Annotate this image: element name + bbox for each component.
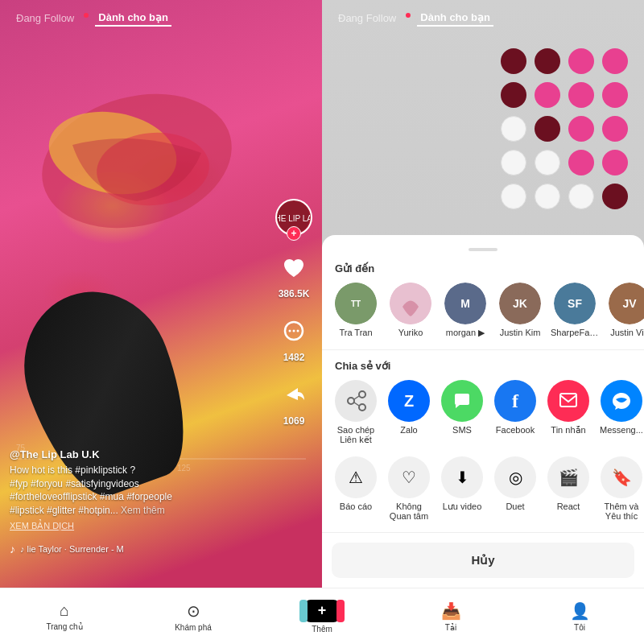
share-button[interactable]: 1069 [276,378,312,427]
nav-profile[interactable]: 👤 Tôi [515,595,644,638]
creator-username[interactable]: @The Lip Lab U.K [10,448,274,460]
comment-button[interactable]: 1482 [276,314,312,363]
send-to-title: Gửi đến [322,262,644,275]
share-action-2[interactable]: ⬇Lưu video [438,456,486,521]
video-caption-area: @The Lip Lab U.K How hot is this #pinkli… [10,448,274,531]
see-more-link[interactable]: Xem thêm [121,505,165,516]
dot-6 [535,82,560,108]
contact-item-4[interactable]: SFSharpeFamilySingers [551,283,599,338]
action-label-5: Thêm và Yêu thíc [597,502,644,521]
inbox-icon: 📥 [441,601,461,621]
action-label-0: Báo cáo [340,502,372,511]
create-button[interactable]: + [304,600,340,622]
app-icon-1: Z [388,380,430,422]
action-icon-5: 🔖 [601,456,642,498]
share-app-3[interactable]: fFacebook [491,380,539,445]
app-label-3: Facebook [496,425,535,435]
dot-16 [602,150,628,175]
share-action-5[interactable]: 🔖Thêm và Yêu thíc [597,456,644,521]
tab-for-you[interactable]: Dành cho bạn [95,10,171,27]
creator-avatar[interactable]: THE LIP LAB + [275,199,312,236]
svg-point-12 [293,330,295,332]
contact-avatar-2: M [444,283,486,324]
svg-point-13 [297,330,299,332]
contact-item-1[interactable]: Yuriko [386,283,435,338]
comment-icon [276,314,312,349]
right-video-panel: 50 125 1.0 Đang Follow Dành cho bạn Gửi … [322,0,644,588]
app-label-4: Tin nhắn [551,425,585,436]
app-icon-3: f [494,380,536,422]
svg-line-27 [354,402,359,406]
contact-name-2: morgan ▶ [446,328,485,338]
share-action-1[interactable]: ♡Không Quan tâm [385,456,433,521]
dot-12 [602,116,628,142]
nav-home[interactable]: ⌂ Trang chủ [0,595,129,638]
dot-10 [535,116,560,142]
video-action-icons: THE LIP LAB + 386.5K 1482 [275,199,312,427]
translate-link[interactable]: XEM BẢN DỊCH [10,521,274,531]
dot-5 [501,82,526,108]
dot-3 [568,48,594,74]
share-app-2[interactable]: SMS [438,380,486,445]
contact-name-4: SharpeFamilySingers [551,328,599,337]
share-app-1[interactable]: ZZalo [385,380,433,445]
left-video-panel: 25 50 125 75 Đang Follow Dành cho bạn TH… [0,0,322,588]
music-text: ♪ lie Taylor · Surrender - M [20,544,124,554]
cancel-button[interactable]: Hủy [332,543,634,578]
contact-item-3[interactable]: JKJustin Kim [496,283,544,338]
nav-create[interactable]: + Thêm [258,593,386,640]
app-icon-2 [441,380,483,422]
svg-text:TT: TT [351,299,361,308]
share-count: 1069 [283,415,305,427]
home-icon: ⌂ [60,601,69,620]
profile-label: Tôi [574,623,585,632]
action-label-3: Duet [506,502,524,511]
share-app-4[interactable]: Tin nhắn [544,380,592,445]
like-button[interactable]: 386.5K [276,250,312,299]
share-action-3[interactable]: ◎Duet [491,456,539,521]
contact-avatar-3: JK [499,283,541,324]
share-app-5[interactable]: Messeng... [597,380,644,445]
contact-avatar-0: TT [335,283,377,324]
share-app-0[interactable]: Sao chép Liên kết [332,380,380,445]
comment-count: 1482 [283,352,305,363]
dot-19 [568,184,594,209]
dot-9 [501,116,526,142]
music-bar: ♪ ♪ lie Taylor · Surrender - M [10,543,312,555]
app-icon-5 [601,380,642,422]
dot-2 [535,48,560,74]
dot-20 [602,184,628,209]
contact-name-3: Justin Kim [500,328,541,337]
tab-following[interactable]: Đang Follow [13,10,77,26]
contact-avatar-5: JV [609,283,644,324]
contact-item-0[interactable]: TTTra Tran [332,283,380,338]
share-action-0[interactable]: ⚠Báo cáo [332,456,380,521]
share-action-4[interactable]: 🎬React [544,456,592,521]
section-divider-1 [322,349,644,350]
contact-name-0: Tra Tran [339,328,372,337]
like-count: 386.5K [279,288,310,299]
contact-item-2[interactable]: Mmorgan ▶ [441,283,489,338]
svg-point-11 [289,330,291,332]
music-icon: ♪ [10,543,15,555]
dot-8 [602,82,628,108]
action-label-1: Không Quan tâm [385,502,433,521]
action-icon-4: 🎬 [547,456,589,498]
follow-plus-button[interactable]: + [287,226,301,241]
share-icon [276,378,312,413]
nav-inbox[interactable]: 📥 Tải [386,595,515,638]
app-label-0: Sao chép Liên kết [332,425,380,445]
right-tab-for-you[interactable]: Dành cho bạn [417,10,493,27]
contact-item-5[interactable]: JVJustin Vib [605,283,644,338]
section-divider-2 [322,532,644,533]
nav-discover[interactable]: ⊙ Khám phá [129,595,258,638]
dot-13 [501,150,526,175]
right-top-navigation: Đang Follow Dành cho bạn [322,0,644,36]
share-apps-row: Sao chép Liên kếtZZaloSMSfFacebookTin nh… [322,380,644,445]
lipstick-dots-grid [501,48,628,209]
svg-line-26 [354,396,359,399]
contact-name-1: Yuriko [398,328,423,337]
dot-11 [568,116,594,142]
right-tab-following[interactable]: Đang Follow [335,10,399,26]
dot-18 [535,184,560,209]
